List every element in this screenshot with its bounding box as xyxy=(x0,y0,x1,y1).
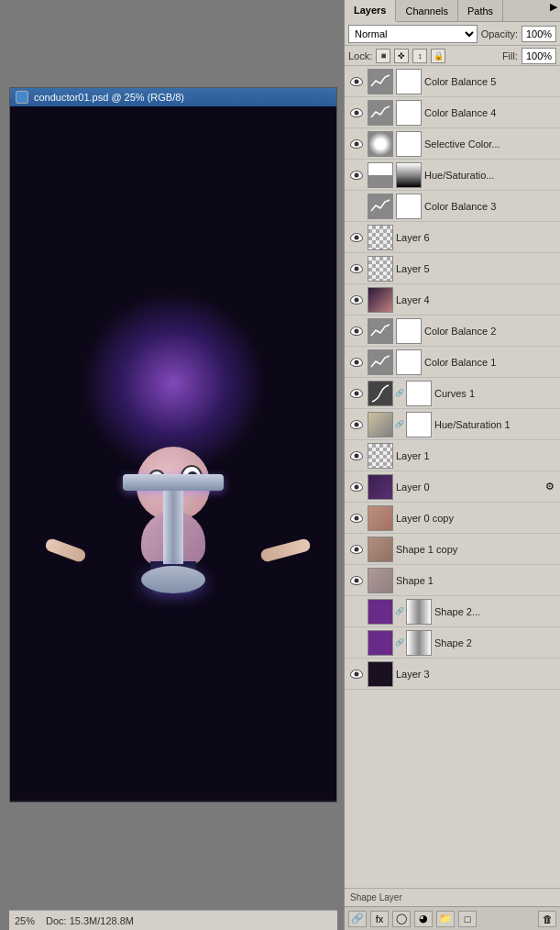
layer-name: Color Balance 2 xyxy=(424,326,556,337)
layer-visibility-toggle[interactable] xyxy=(348,385,365,402)
layer-visibility-toggle[interactable] xyxy=(348,167,365,183)
layer-visibility-toggle[interactable] xyxy=(348,479,365,495)
layer-visibility-toggle[interactable] xyxy=(348,323,365,339)
layer-item[interactable]: Color Balance 3 xyxy=(345,191,560,222)
new-group-button[interactable]: 📁 xyxy=(436,911,455,927)
tab-layers[interactable]: Layers xyxy=(345,0,396,22)
layer-item[interactable]: Color Balance 4 xyxy=(345,97,560,128)
layer-visibility-toggle[interactable] xyxy=(348,572,365,589)
tab-paths[interactable]: Paths xyxy=(458,0,503,21)
layer-visibility-toggle[interactable] xyxy=(348,354,365,371)
layer-name: Shape 1 xyxy=(396,575,556,586)
new-adjustment-button[interactable]: ◕ xyxy=(414,911,433,927)
panel-tabs: Layers Channels Paths ▶ xyxy=(345,0,560,22)
pedestal-stem xyxy=(163,491,183,564)
char-arm-left xyxy=(44,537,87,564)
shape-layer-label: Shape Layer xyxy=(350,892,402,902)
layer-name: Layer 5 xyxy=(396,263,556,274)
new-layer-button[interactable]: □ xyxy=(458,911,477,927)
layer-name: Hue/Saturatio... xyxy=(424,170,556,181)
layer-item[interactable]: Shape 1 xyxy=(345,565,560,596)
layer-thumb xyxy=(368,131,393,157)
layer-item[interactable]: 🔗 Curves 1 xyxy=(345,378,560,409)
link-layers-button[interactable]: 🔗 xyxy=(348,911,367,927)
layer-name: Shape 2... xyxy=(434,606,556,617)
layer-mask-thumb xyxy=(396,162,422,188)
layer-name: Layer 1 xyxy=(396,450,556,461)
layer-mask-thumb xyxy=(406,630,432,656)
layer-visibility-toggle[interactable] xyxy=(348,136,365,152)
layer-thumb xyxy=(368,381,393,406)
layer-thumb xyxy=(368,568,393,593)
layer-item[interactable]: Selective Color... xyxy=(345,128,560,160)
layer-item[interactable]: Color Balance 2 xyxy=(345,316,560,347)
layer-visibility-toggle[interactable] xyxy=(348,666,365,682)
layer-visibility-toggle[interactable] xyxy=(348,229,365,246)
layer-name: Layer 6 xyxy=(396,232,556,243)
layer-item[interactable]: Layer 1 xyxy=(345,440,560,471)
layer-name: Layer 0 copy xyxy=(396,513,556,524)
lock-move-icon[interactable]: ↕ xyxy=(412,49,427,63)
layer-visibility-toggle[interactable] xyxy=(348,260,365,277)
lock-position-icon[interactable]: ✜ xyxy=(394,49,409,63)
layer-item[interactable]: Shape 1 copy xyxy=(345,534,560,565)
layer-item[interactable]: Layer 6 xyxy=(345,222,560,253)
layer-thumb xyxy=(368,349,393,375)
layer-item[interactable]: Layer 4 xyxy=(345,284,560,316)
layer-mask-thumb xyxy=(406,381,432,406)
canvas-titlebar: conductor01.psd @ 25% (RGB/8) xyxy=(10,88,336,106)
blend-opacity-row: Normal Opacity: xyxy=(345,22,560,46)
layer-item[interactable]: Color Balance 5 xyxy=(345,66,560,97)
layer-name: Color Balance 4 xyxy=(424,107,556,118)
layer-thumb xyxy=(368,287,393,313)
fill-input[interactable] xyxy=(522,48,556,64)
layer-item[interactable]: Layer 0 ⚙ xyxy=(345,471,560,503)
add-mask-button[interactable]: ◯ xyxy=(392,911,411,927)
panels-area: Layers Channels Paths ▶ Normal Opacity: … xyxy=(344,0,560,930)
canvas-icon xyxy=(16,91,28,104)
layer-link-icon: 🔗 xyxy=(396,604,403,619)
layer-thumb xyxy=(368,318,393,344)
lock-pixels-icon[interactable]: ◾ xyxy=(376,49,390,63)
layer-visibility-toggle[interactable] xyxy=(348,510,365,526)
layer-visibility-toggle[interactable] xyxy=(348,73,365,90)
layer-link-icon: 🔗 xyxy=(396,386,403,401)
layer-mask-thumb xyxy=(406,599,432,625)
layer-thumb xyxy=(368,100,393,126)
layer-link-icon: 🔗 xyxy=(396,636,403,650)
char-arm-right xyxy=(259,537,312,563)
layer-item[interactable]: Layer 5 xyxy=(345,253,560,284)
tab-channels[interactable]: Channels xyxy=(396,0,457,21)
layer-item[interactable]: 🔗 Hue/Saturation 1 xyxy=(345,409,560,440)
layer-item[interactable]: 🔗 Shape 2... xyxy=(345,596,560,627)
canvas-title: conductor01.psd @ 25% (RGB/8) xyxy=(34,92,184,103)
layer-name: Color Balance 3 xyxy=(424,201,556,212)
layer-thumb xyxy=(368,69,393,94)
layer-visibility-toggle[interactable] xyxy=(348,416,365,433)
opacity-input[interactable] xyxy=(522,26,556,42)
svg-rect-1 xyxy=(368,101,392,125)
layer-thumb xyxy=(368,661,393,687)
lock-all-icon[interactable]: 🔒 xyxy=(431,49,445,63)
layer-visibility-toggle[interactable] xyxy=(348,105,365,121)
layer-item[interactable]: Hue/Saturatio... xyxy=(345,160,560,191)
layer-item[interactable]: Layer 3 xyxy=(345,659,560,690)
layer-visibility-toggle[interactable] xyxy=(348,448,365,464)
delete-layer-button[interactable]: 🗑 xyxy=(538,911,556,927)
layer-item[interactable]: 🔗 Shape 2 xyxy=(345,627,560,659)
layer-thumb xyxy=(368,162,393,188)
layer-mask-thumb xyxy=(396,100,422,126)
layer-item[interactable]: Color Balance 1 xyxy=(345,347,560,378)
layer-item[interactable]: Layer 0 copy xyxy=(345,503,560,534)
layer-visibility-toggle[interactable] xyxy=(348,292,365,308)
layer-thumb xyxy=(368,256,393,282)
pedestal-base xyxy=(141,566,205,593)
blend-mode-select[interactable]: Normal xyxy=(348,25,478,43)
canvas-statusbar: 25% Doc: 15.3M/128.8M xyxy=(9,910,337,930)
layer-thumb xyxy=(368,505,393,531)
panel-menu-icon[interactable]: ▶ xyxy=(547,0,560,13)
layer-visibility-toggle[interactable] xyxy=(348,541,365,558)
layer-thumb xyxy=(368,412,393,437)
layers-list: Color Balance 5 Color Balance 4 Selectiv… xyxy=(345,66,560,886)
layer-fx-button[interactable]: fx xyxy=(370,911,389,927)
